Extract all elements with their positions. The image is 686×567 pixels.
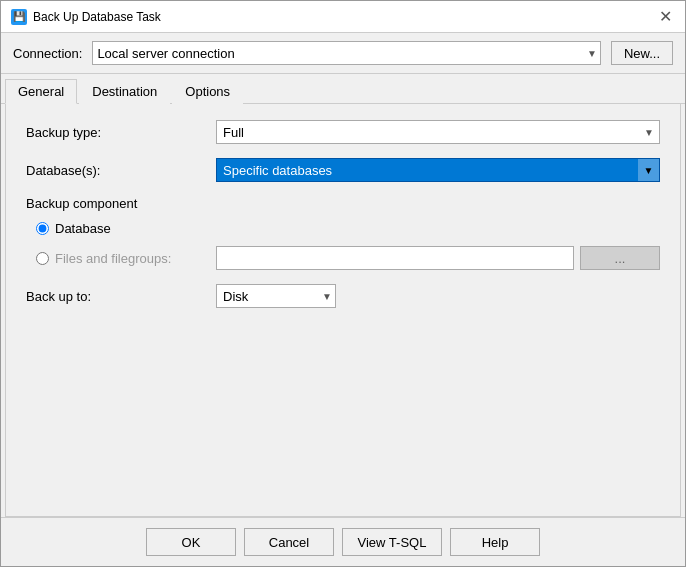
tab-general[interactable]: General (5, 79, 77, 104)
database-radio-label: Database (55, 221, 111, 236)
dialog-window: 💾 Back Up Database Task ✕ Connection: Lo… (0, 0, 686, 567)
close-button[interactable]: ✕ (655, 7, 675, 27)
help-button[interactable]: Help (450, 528, 540, 556)
database-radio-row: Database (36, 221, 660, 236)
new-connection-button[interactable]: New... (611, 41, 673, 65)
databases-dropdown-btn[interactable]: ▼ (638, 158, 660, 182)
files-filegroups-row: Files and filegroups: ... (36, 246, 660, 270)
backup-to-select[interactable]: Disk (216, 284, 336, 308)
backup-type-select-wrapper: Full ▼ (216, 120, 660, 144)
databases-select[interactable]: Specific databases (216, 158, 660, 182)
backup-type-label: Backup type: (26, 125, 216, 140)
databases-select-wrapper: Specific databases ▼ (216, 158, 660, 182)
tabs-bar: General Destination Options (1, 74, 685, 104)
databases-label: Database(s): (26, 163, 216, 178)
backup-type-select[interactable]: Full (216, 120, 660, 144)
dialog-title: Back Up Database Task (33, 10, 161, 24)
cancel-button[interactable]: Cancel (244, 528, 334, 556)
view-tsql-button[interactable]: View T-SQL (342, 528, 442, 556)
files-browse-button[interactable]: ... (580, 246, 660, 270)
db-icon: 💾 (11, 9, 27, 25)
backup-to-label: Back up to: (26, 289, 216, 304)
tab-options[interactable]: Options (172, 79, 243, 104)
backup-component-section: Backup component (26, 196, 660, 211)
files-radio[interactable] (36, 252, 49, 265)
connection-bar: Connection: Local server connection ▼ Ne… (1, 33, 685, 74)
connection-label: Connection: (13, 46, 82, 61)
connection-select[interactable]: Local server connection (92, 41, 600, 65)
tab-destination[interactable]: Destination (79, 79, 170, 104)
title-bar-left: 💾 Back Up Database Task (11, 9, 161, 25)
ok-button[interactable]: OK (146, 528, 236, 556)
bottom-bar: OK Cancel View T-SQL Help (1, 517, 685, 566)
connection-select-wrapper: Local server connection ▼ (92, 41, 600, 65)
database-radio[interactable] (36, 222, 49, 235)
files-input[interactable] (216, 246, 574, 270)
backup-to-row: Back up to: Disk ▼ (26, 284, 660, 308)
files-label-area: Files and filegroups: (36, 251, 216, 266)
backup-to-select-wrapper: Disk ▼ (216, 284, 336, 308)
title-bar: 💾 Back Up Database Task ✕ (1, 1, 685, 33)
files-radio-label: Files and filegroups: (55, 251, 171, 266)
backup-component-label: Backup component (26, 196, 137, 211)
tab-content-general: Backup type: Full ▼ Database(s): Specifi… (5, 104, 681, 517)
backup-type-row: Backup type: Full ▼ (26, 120, 660, 144)
databases-row: Database(s): Specific databases ▼ (26, 158, 660, 182)
